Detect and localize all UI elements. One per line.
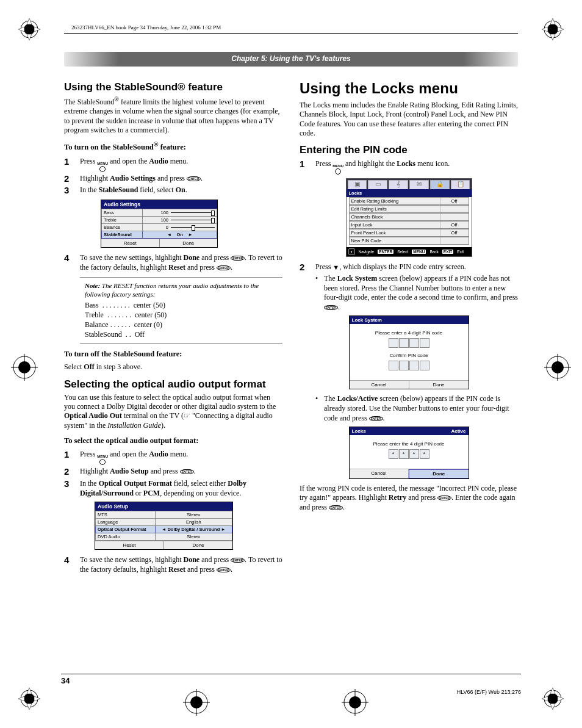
tab-icon: ▭ — [368, 180, 387, 189]
registration-mark-icon — [342, 689, 368, 716]
chapter-title: Chapter 5: Using the TV's features — [231, 54, 351, 63]
osd-title: Audio Settings — [101, 200, 217, 209]
tab-icon: 📋 — [451, 180, 470, 189]
step-1: 1 Press MENU and open the Audio menu. — [64, 156, 282, 172]
enter-button-icon: ENTER — [217, 265, 231, 270]
down-arrow-icon: ▼ — [332, 263, 339, 272]
registration-mark-icon — [11, 354, 38, 381]
svg-point-3 — [547, 24, 558, 35]
svg-point-7 — [547, 693, 558, 704]
note-box: Note: The RESET function returns your au… — [80, 277, 282, 344]
menu-button-icon: MENU — [97, 162, 108, 172]
menu-button-icon: MENU — [332, 164, 343, 175]
step-1b: 1 Press MENU and open the Audio menu. — [64, 449, 282, 465]
step-3b: 3 In the Optical Output Format field, se… — [64, 478, 282, 498]
bullet-locks-active: • The Locks/Active screen (below) appear… — [315, 394, 518, 423]
osd-audio-setup: Audio Setup MTSStereo LanguageEnglish Op… — [95, 502, 233, 550]
osd-locks-menu: ▣ ▭ 𝄞 ✉ 🔒 📋 Locks Enable Rating Blocking… — [346, 178, 472, 257]
heading-optical: Selecting the optical audio output forma… — [64, 378, 282, 391]
para: The Locks menu includes the Enable Ratin… — [300, 101, 518, 138]
chapter-title-band: Chapter 5: Using the TV's features — [64, 52, 518, 67]
para: You can use this feature to select the o… — [64, 393, 282, 430]
osd-title: Locks Active — [350, 427, 469, 435]
step-3: 3 In the StableSound field, select On. — [64, 185, 282, 196]
step-4: 4 To save the new settings, highlight Do… — [64, 253, 282, 272]
footer-rule — [61, 674, 521, 674]
heading-stablesound: Using the StableSound® feature — [64, 81, 282, 93]
menu-button-icon: MENU — [97, 455, 108, 465]
osd-reset: Reset — [101, 239, 160, 247]
page: 263237HLV66_EN.book Page 34 Thursday, Ju… — [0, 0, 582, 728]
osd-cancel: Cancel — [350, 381, 409, 389]
lead-select-optical: To select the optical audio output forma… — [64, 436, 282, 445]
lead-turn-on: To turn on the StableSound® feature: — [64, 141, 282, 152]
registration-mark-icon — [183, 689, 210, 716]
enter-button-icon: ENTER — [369, 416, 383, 421]
bullet-lock-system: • The Lock System screen (below) appears… — [315, 274, 518, 312]
running-rule — [64, 33, 518, 34]
osd-nav-bar: Navigate ENTERSelect MENUBack EXITExit — [347, 247, 472, 256]
heading-pin: Entering the PIN code — [300, 144, 518, 156]
lead-turn-off: To turn off the StableSound feature: — [64, 350, 282, 359]
step-4b: 4 To save the new settings, highlight Do… — [64, 555, 282, 574]
tab-icon: 𝄞 — [389, 180, 408, 189]
osd-title: Lock System — [350, 316, 469, 324]
running-head: 263237HLV66_EN.book Page 34 Thursday, Ju… — [71, 24, 555, 31]
crop-mark-icon — [542, 688, 564, 710]
osd-locks-active: Locks Active Please enter the 4 digit PI… — [349, 427, 469, 479]
dpad-icon — [348, 248, 355, 255]
pointer-icon: ☞ — [184, 411, 190, 420]
crop-mark-icon — [18, 688, 40, 710]
osd-lock-system: Lock System Please enter a 4 digit PIN c… — [349, 315, 469, 389]
left-column: Using the StableSound® feature The Stabl… — [64, 75, 282, 575]
para: If the wrong PIN code is entered, the me… — [300, 484, 518, 512]
two-column-layout: Using the StableSound® feature The Stabl… — [64, 75, 518, 575]
svg-point-5 — [24, 693, 35, 704]
heading-locks: Using the Locks menu — [300, 80, 518, 97]
osd-title: Locks — [347, 189, 472, 197]
enter-button-icon: ENTER — [217, 568, 231, 572]
crop-mark-icon — [542, 18, 564, 40]
step-r1: 1 Press MENU and highlight the Locks men… — [300, 159, 518, 175]
step-r2: 2 Press ▼, which displays the PIN code e… — [300, 262, 518, 273]
osd-title: Audio Setup — [95, 502, 232, 511]
enter-button-icon: ENTER — [231, 256, 245, 261]
right-column: Using the Locks menu The Locks menu incl… — [300, 75, 518, 575]
crop-mark-icon — [18, 18, 40, 40]
enter-button-icon: ENTER — [437, 496, 451, 500]
enter-button-icon: ENTER — [324, 305, 338, 310]
osd-audio-settings: Audio Settings Bass100 Treble100 Balance… — [101, 200, 218, 248]
osd-done: Done — [164, 541, 232, 549]
step-2b: 2 Highlight Audio Setup and press ENTER. — [64, 466, 282, 477]
registration-mark-icon — [544, 354, 571, 381]
osd-done: Done — [160, 239, 218, 247]
enter-button-icon: ENTER — [231, 558, 245, 563]
tab-icon: ▣ — [348, 180, 367, 189]
osd-reset: Reset — [95, 541, 164, 549]
enter-button-icon: ENTER — [187, 176, 201, 181]
tab-lock-icon: 🔒 — [430, 180, 450, 189]
para: Select Off in step 3 above. — [64, 362, 282, 372]
footer-right: HLV66 (E/F) Web 213:276 — [457, 689, 521, 695]
para: The StableSound® feature limits the high… — [64, 96, 282, 135]
enter-button-icon: ENTER — [180, 469, 194, 474]
tab-icon: ✉ — [409, 180, 429, 189]
osd-done: Done — [409, 469, 469, 478]
osd-cancel: Cancel — [350, 469, 409, 478]
enter-button-icon: ENTER — [329, 505, 343, 510]
svg-point-1 — [24, 24, 35, 35]
osd-done: Done — [409, 381, 469, 389]
step-2: 2 Highlight Audio Settings and press ENT… — [64, 173, 282, 184]
page-number: 34 — [61, 676, 70, 685]
